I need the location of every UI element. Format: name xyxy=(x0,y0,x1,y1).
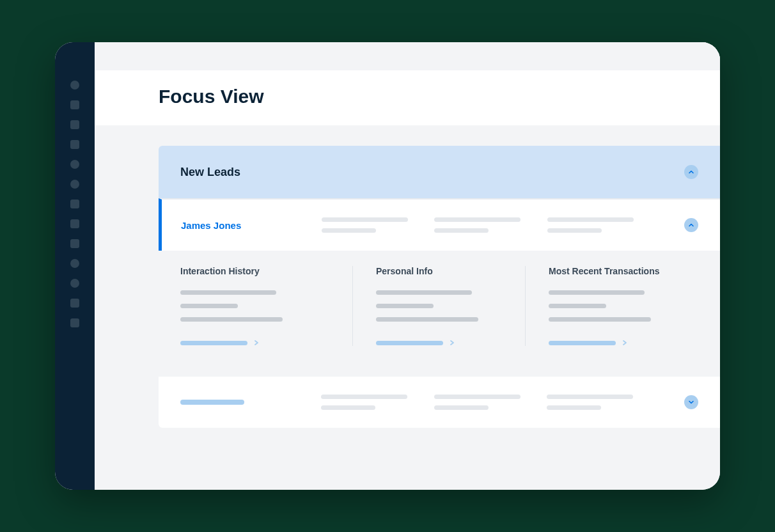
placeholder-line xyxy=(180,317,283,322)
placeholder-line xyxy=(434,217,521,222)
lead-name: James Jones xyxy=(181,220,309,231)
view-more-link[interactable] xyxy=(180,340,329,346)
placeholder-line xyxy=(547,228,602,233)
chevron-down-icon xyxy=(688,399,694,405)
placeholder-line xyxy=(434,228,489,233)
lead-col-placeholder xyxy=(434,395,535,410)
placeholder-stack xyxy=(549,290,675,322)
detail-col-recent-transactions: Most Recent Transactions xyxy=(526,266,698,346)
top-strip xyxy=(95,42,720,70)
placeholder-line xyxy=(434,395,521,399)
collapse-lead-button[interactable] xyxy=(684,218,698,232)
sb-item-2[interactable] xyxy=(70,100,79,109)
app-frame: Focus View New Leads James Jones xyxy=(55,42,720,490)
lead-col-placeholder xyxy=(434,217,534,233)
placeholder-line xyxy=(322,217,408,222)
content: Focus View New Leads James Jones xyxy=(95,42,720,490)
placeholder-link-bar xyxy=(376,341,443,345)
sb-item-7[interactable] xyxy=(70,199,79,208)
placeholder-line xyxy=(547,217,634,222)
lead-row-james-jones[interactable]: James Jones xyxy=(159,198,720,251)
sb-item-10[interactable] xyxy=(70,259,79,268)
sb-item-3[interactable] xyxy=(70,120,79,129)
placeholder-line xyxy=(549,317,651,322)
sb-item-6[interactable] xyxy=(70,180,79,189)
view-more-link[interactable] xyxy=(376,340,502,346)
sb-item-13[interactable] xyxy=(70,318,79,327)
placeholder-line xyxy=(322,228,376,233)
panel-wrap: New Leads James Jones xyxy=(95,125,720,490)
placeholder-line xyxy=(321,395,407,399)
leads-panel: New Leads James Jones xyxy=(159,146,720,428)
lead-row-collapsed[interactable] xyxy=(159,365,720,428)
section-header-new-leads[interactable]: New Leads xyxy=(159,146,720,198)
lead-col-placeholder xyxy=(321,395,421,410)
sb-item-12[interactable] xyxy=(70,299,79,308)
placeholder-line xyxy=(180,304,238,308)
lead-name-placeholder xyxy=(180,400,244,405)
sb-item-11[interactable] xyxy=(70,279,79,288)
placeholder-line xyxy=(376,317,478,322)
placeholder-line xyxy=(547,395,633,399)
chevron-up-icon xyxy=(688,169,694,175)
detail-col-title: Most Recent Transactions xyxy=(549,266,675,276)
placeholder-link-bar xyxy=(180,341,247,345)
sb-item-8[interactable] xyxy=(70,219,79,228)
chevron-right-icon xyxy=(622,340,627,346)
chevron-right-icon xyxy=(254,340,259,346)
page-title: Focus View xyxy=(159,86,656,107)
sidebar xyxy=(55,42,95,490)
chevron-up-icon xyxy=(688,222,694,228)
detail-col-personal-info: Personal Info xyxy=(353,266,526,346)
placeholder-line xyxy=(180,290,276,295)
lead-col-placeholder xyxy=(322,217,421,233)
lead-col-placeholder xyxy=(547,217,647,233)
view-more-link[interactable] xyxy=(549,340,675,346)
collapse-section-button[interactable] xyxy=(684,165,698,179)
sb-item-1[interactable] xyxy=(70,81,79,90)
placeholder-line xyxy=(547,405,601,410)
chevron-right-icon xyxy=(450,340,455,346)
lead-details: Interaction History xyxy=(159,251,720,365)
expand-lead-button[interactable] xyxy=(684,395,698,409)
placeholder-stack xyxy=(180,290,329,322)
sb-item-5[interactable] xyxy=(70,160,79,169)
placeholder-line xyxy=(549,290,645,295)
title-bar: Focus View xyxy=(95,70,720,125)
placeholder-stack xyxy=(376,290,502,322)
detail-col-title: Personal Info xyxy=(376,266,502,276)
detail-col-interaction-history: Interaction History xyxy=(180,266,353,346)
placeholder-link-bar xyxy=(549,341,616,345)
placeholder-line xyxy=(434,405,489,410)
placeholder-line xyxy=(549,304,606,308)
detail-col-title: Interaction History xyxy=(180,266,329,276)
placeholder-line xyxy=(376,290,472,295)
lead-col-placeholder xyxy=(547,395,647,410)
section-header-label: New Leads xyxy=(180,166,240,179)
placeholder-line xyxy=(376,304,434,308)
sb-item-9[interactable] xyxy=(70,239,79,248)
sb-item-4[interactable] xyxy=(70,140,79,149)
placeholder-line xyxy=(321,405,375,410)
